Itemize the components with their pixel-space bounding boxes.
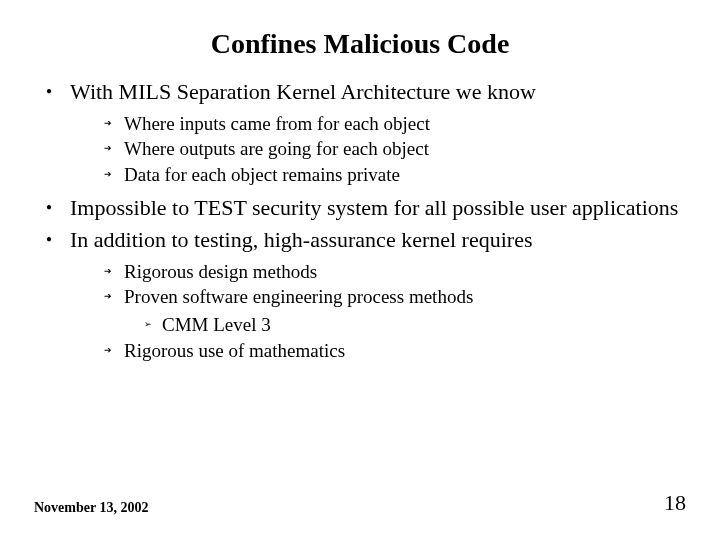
sub-bullet-list: Where inputs came from for each object W…: [70, 111, 686, 188]
bullet-level3: CMM Level 3: [144, 312, 686, 338]
sub-sub-bullet-list: CMM Level 3: [124, 312, 686, 338]
bullet-level2: Where outputs are going for each object: [104, 136, 686, 162]
bullet-level2: Rigorous design methods: [104, 259, 686, 285]
footer-date: November 13, 2002: [34, 500, 148, 516]
bullet-list: With MILS Separation Kernel Architecture…: [34, 78, 686, 363]
bullet-text: Proven software engineering process meth…: [124, 286, 473, 307]
bullet-level1: In addition to testing, high-assurance k…: [46, 226, 686, 363]
bullet-level2: Data for each object remains private: [104, 162, 686, 188]
bullet-level2: Proven software engineering process meth…: [104, 284, 686, 337]
slide-footer: November 13, 2002 18: [34, 490, 686, 516]
bullet-level1: Impossible to TEST security system for a…: [46, 194, 686, 223]
bullet-text: In addition to testing, high-assurance k…: [70, 227, 532, 252]
footer-page-number: 18: [664, 490, 686, 516]
sub-bullet-list: Rigorous design methods Proven software …: [70, 259, 686, 364]
bullet-level1: With MILS Separation Kernel Architecture…: [46, 78, 686, 188]
slide-title: Confines Malicious Code: [34, 28, 686, 60]
bullet-text: With MILS Separation Kernel Architecture…: [70, 79, 536, 104]
bullet-level2: Where inputs came from for each object: [104, 111, 686, 137]
bullet-level2: Rigorous use of mathematics: [104, 338, 686, 364]
